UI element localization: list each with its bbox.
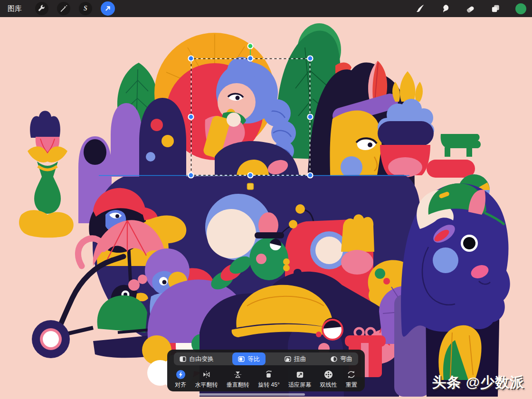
eraser-icon <box>465 3 475 14</box>
smudge-button[interactable] <box>440 3 450 14</box>
flip-vertical-icon <box>233 370 243 380</box>
magic-wand-icon <box>59 4 68 13</box>
transform-actions-row: 对齐 水平翻转 垂直 <box>174 365 358 389</box>
freeform-icon <box>180 356 186 362</box>
transform-toolbar: 自由变换 等比 扭曲 弯曲 <box>167 350 365 391</box>
snapping-button[interactable]: 对齐 <box>175 369 186 389</box>
mode-uniform-label: 等比 <box>247 355 260 363</box>
top-toolbar-left: 图库 S <box>0 1 115 16</box>
handle-top-left[interactable] <box>189 56 194 61</box>
home-indicator[interactable] <box>199 393 305 396</box>
reset-icon <box>346 370 356 380</box>
flip-horizontal-button[interactable]: 水平翻转 <box>195 369 218 389</box>
snapping-lightning-icon <box>176 370 186 380</box>
reset-button[interactable]: 重置 <box>346 369 357 389</box>
brush-icon <box>415 3 425 14</box>
rotation-handle[interactable] <box>248 44 253 49</box>
snapping-label: 对齐 <box>175 381 186 389</box>
color-swatch[interactable] <box>515 3 526 14</box>
mode-distort[interactable]: 扭曲 <box>279 352 312 365</box>
fit-screen-label: 适应屏幕 <box>288 381 311 389</box>
flip-vertical-button[interactable]: 垂直翻转 <box>227 369 249 389</box>
handle-bottom-right[interactable] <box>308 173 313 178</box>
mode-warp-label: 弯曲 <box>340 355 352 363</box>
erase-button[interactable] <box>465 3 475 14</box>
mode-uniform[interactable]: 等比 <box>232 352 266 365</box>
watermark: 头条 @少数派 <box>432 373 524 392</box>
distort-icon <box>285 356 291 362</box>
reset-label: 重置 <box>346 381 357 389</box>
rotate-45-button[interactable]: 旋转 45° <box>258 369 279 389</box>
handle-middle-left[interactable] <box>189 114 194 120</box>
bilinear-button[interactable]: 双线性 <box>320 369 337 389</box>
transform-tool-button[interactable] <box>101 1 115 16</box>
top-toolbar-right <box>415 3 532 14</box>
rotate-45-icon <box>264 370 274 380</box>
handle-bottom-left[interactable] <box>189 173 194 178</box>
actions-button[interactable] <box>35 2 48 15</box>
selection-tool-button[interactable]: S <box>79 2 92 15</box>
wrench-icon <box>38 4 46 13</box>
paint-button[interactable] <box>415 3 425 14</box>
top-toolbar: 图库 S <box>0 0 532 17</box>
fit-screen-icon <box>295 370 305 380</box>
gallery-button[interactable]: 图库 <box>8 4 22 13</box>
warp-icon <box>331 356 337 362</box>
canvas[interactable] <box>0 0 532 399</box>
transform-arrow-icon <box>104 4 112 13</box>
flip-horizontal-label: 水平翻转 <box>195 381 218 389</box>
mode-freeform[interactable]: 自由变换 <box>174 352 219 365</box>
layers-icon <box>490 3 501 14</box>
flip-vertical-label: 垂直翻转 <box>227 381 249 389</box>
mode-distort-label: 扭曲 <box>294 355 306 363</box>
selection-s-icon: S <box>84 5 87 12</box>
flip-horizontal-icon <box>201 370 211 380</box>
adjust-node[interactable] <box>247 183 254 190</box>
transform-mode-segments: 自由变换 等比 扭曲 弯曲 <box>174 352 358 365</box>
mode-warp[interactable]: 弯曲 <box>325 352 358 365</box>
handle-middle-right[interactable] <box>308 114 313 120</box>
smudge-icon <box>440 3 450 14</box>
layers-button[interactable] <box>490 3 501 14</box>
uniform-icon <box>238 356 245 362</box>
handle-top-right[interactable] <box>308 56 313 61</box>
rotate-45-label: 旋转 45° <box>258 381 279 389</box>
bilinear-label: 双线性 <box>320 381 337 389</box>
handle-bottom-center[interactable] <box>248 173 253 178</box>
adjustments-button[interactable] <box>57 2 70 15</box>
handle-top-center[interactable] <box>248 56 253 61</box>
fit-screen-button[interactable]: 适应屏幕 <box>288 369 311 389</box>
mode-freeform-label: 自由变换 <box>189 355 214 363</box>
bilinear-icon <box>323 370 333 380</box>
